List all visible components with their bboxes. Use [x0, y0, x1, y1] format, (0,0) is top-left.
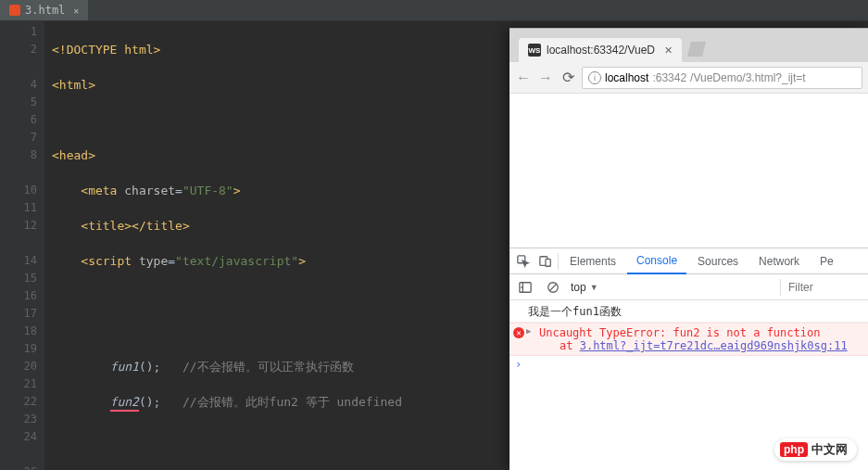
reload-button[interactable]: ⟳ [560, 70, 576, 86]
filter-input[interactable] [788, 281, 862, 294]
devtools-tabs: Elements Console Sources Network Pe [509, 248, 868, 274]
tab-network[interactable]: Network [749, 249, 809, 273]
error-icon: ✕ [513, 327, 524, 338]
address-bar: ← → ⟳ i localhost:63342/VueDemo/3.html?_… [509, 62, 868, 94]
expand-icon[interactable]: ▶ [526, 326, 531, 336]
console-log-entry: 我是一个fun1函数 [509, 302, 868, 323]
html-file-icon [9, 5, 20, 16]
console-sidebar-toggle-icon[interactable] [515, 277, 535, 298]
error-source-link[interactable]: 3.html?_ijt=t7re21dc…eaigd969nshjk0sg:11 [580, 339, 848, 352]
url-input[interactable]: i localhost:63342/VueDemo/3.html?_ijt=t [582, 67, 862, 89]
watermark-logo: php [780, 442, 808, 457]
console-prompt[interactable]: › [509, 356, 868, 373]
svg-rect-2 [546, 259, 550, 266]
clear-console-icon[interactable] [543, 277, 563, 298]
line-number-gutter: 1 2 4 5 6 7 8 10 11 12 14 15 16 17 18 19… [0, 21, 44, 470]
browser-window: WS localhost:63342/VueD ✕ ← → ⟳ i localh… [509, 28, 868, 470]
browser-tab-strip: WS localhost:63342/VueD ✕ [509, 29, 868, 62]
site-info-icon[interactable]: i [588, 71, 601, 84]
tab-sources[interactable]: Sources [688, 249, 748, 273]
devtools-panel: Elements Console Sources Network Pe top … [509, 248, 868, 470]
inspect-element-icon[interactable] [513, 251, 534, 272]
context-selector[interactable]: top [571, 281, 586, 294]
watermark-badge: php 中文网 [774, 438, 857, 461]
svg-line-6 [550, 284, 557, 290]
console-error-entry[interactable]: ✕ ▶ Uncaught TypeError: fun2 is not a fu… [509, 323, 868, 356]
watermark-text: 中文网 [811, 441, 848, 458]
editor-tab[interactable]: 3.html ✕ [0, 0, 88, 20]
device-toolbar-icon[interactable] [535, 251, 556, 272]
browser-tab-title: localhost:63342/VueD [547, 44, 655, 57]
tab-filename: 3.html [25, 4, 65, 17]
favicon-icon: WS [528, 44, 541, 57]
new-tab-button[interactable] [687, 42, 706, 57]
close-icon[interactable]: ✕ [664, 44, 673, 57]
forward-button[interactable]: → [537, 70, 554, 86]
error-trace: at 3.html?_ijt=t7re21dc…eaigd969nshjk0sg… [560, 339, 862, 352]
browser-tab[interactable]: WS localhost:63342/VueD ✕ [519, 38, 682, 62]
error-message: Uncaught TypeError: fun2 is not a functi… [539, 326, 862, 339]
chevron-down-icon: ▼ [590, 283, 598, 292]
console-toolbar: top ▼ [509, 274, 868, 300]
tab-elements[interactable]: Elements [560, 249, 625, 273]
back-button[interactable]: ← [515, 70, 532, 86]
tab-console[interactable]: Console [627, 248, 686, 274]
tab-performance[interactable]: Pe [811, 249, 843, 273]
close-icon[interactable]: ✕ [73, 6, 79, 16]
editor-tab-bar: 3.html ✕ [0, 0, 868, 21]
url-host: localhost [605, 71, 648, 84]
page-viewport [509, 94, 868, 248]
doctype-token: <!DOCTYPE html> [52, 43, 160, 57]
error-underline: fun2 [110, 395, 139, 412]
